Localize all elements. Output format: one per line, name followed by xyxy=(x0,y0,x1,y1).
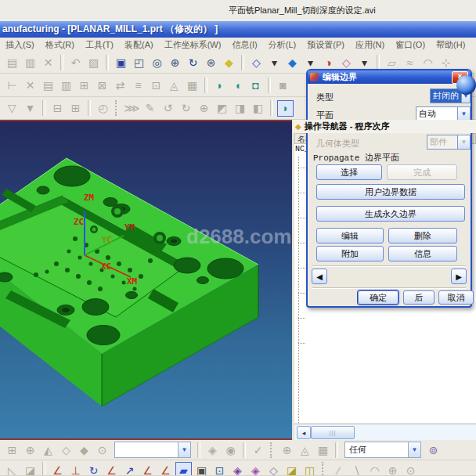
tc-axes-icon[interactable]: ∠ xyxy=(157,462,174,476)
zoom-examine-icon[interactable]: ◎ xyxy=(149,54,165,70)
caret-down-icon[interactable]: ▾ xyxy=(266,54,283,70)
info-button[interactable]: 信息 xyxy=(388,246,457,261)
list-icon[interactable]: ≡ xyxy=(130,77,146,93)
active-tool-icon[interactable]: ◗ xyxy=(277,100,294,117)
assembly-search-combo[interactable]: ▼ xyxy=(114,442,191,458)
palette-icon[interactable]: ⊚ xyxy=(425,442,442,458)
interference-icon[interactable]: ◉ xyxy=(222,442,239,458)
replay-toolpath-icon[interactable]: ↻ xyxy=(178,100,194,117)
window-titlebar[interactable]: anufacturing - [PLANAR_MILL_1.prt （修改的） … xyxy=(0,21,476,38)
menu-item-8[interactable]: 应用(N) xyxy=(350,38,390,52)
copy-object-icon[interactable]: ▤ xyxy=(40,77,56,93)
tool-track-icon[interactable]: ◘ xyxy=(247,77,264,93)
ok-button[interactable]: 确定 xyxy=(358,290,398,305)
dialog-titlebar[interactable]: 编辑边界 × xyxy=(308,70,471,84)
rotate-csys-icon[interactable]: ↻ xyxy=(85,462,102,476)
edit-toolpath-icon[interactable]: ✎ xyxy=(142,100,158,117)
circle-center-icon[interactable]: ⊕ xyxy=(384,462,401,476)
csys-move-icon[interactable]: ∠ xyxy=(139,462,156,476)
paste-icon[interactable]: ▤ xyxy=(4,54,20,70)
circle-tool-icon[interactable]: ⊙ xyxy=(402,462,419,476)
diamond-tool2-icon[interactable]: ◈ xyxy=(247,462,264,476)
filter-icon[interactable]: ▽ xyxy=(4,100,20,117)
menu-item-4[interactable]: 工作坐标系(W) xyxy=(159,38,227,52)
tool-list-icon[interactable]: ◙ xyxy=(275,77,291,93)
table-icon[interactable]: ▦ xyxy=(184,77,200,93)
rewind-toolpath-icon[interactable]: ↺ xyxy=(160,100,176,117)
menu-item-5[interactable]: 信息(I) xyxy=(226,38,262,52)
spline-icon[interactable]: ◠ xyxy=(420,54,436,70)
create-permanent-boundary-button[interactable]: 生成永久边界 xyxy=(316,206,465,222)
line2-tool-icon[interactable]: ∖ xyxy=(348,462,365,476)
cut-icon[interactable]: ✕ xyxy=(22,77,38,93)
select-button[interactable]: 选择 xyxy=(316,164,382,180)
paste-object-icon[interactable]: ▥ xyxy=(58,77,74,93)
menu-item-6[interactable]: 分析(L) xyxy=(263,38,301,52)
spotlight-icon[interactable]: ◬ xyxy=(166,77,182,93)
iso-view-icon[interactable]: ◆ xyxy=(221,54,237,70)
chevron-down-icon[interactable]: ▼ xyxy=(408,442,420,457)
navigator-list-icon[interactable]: ⊟ xyxy=(49,100,66,117)
selection-filter-combo[interactable]: 任何▼ xyxy=(344,442,421,458)
graphics-viewport[interactable]: ZM ZC YC YM XC XM d2688.com xyxy=(0,120,292,440)
facet-display-icon[interactable]: ◇ xyxy=(338,54,355,70)
shop-doc-icon[interactable]: ◧ xyxy=(250,100,266,117)
navigator-tree-icon[interactable]: ⊞ xyxy=(67,100,84,117)
back-button[interactable]: 后 xyxy=(403,290,435,305)
zoom-region-icon[interactable]: ◰ xyxy=(131,54,147,70)
mirror-assembly-icon[interactable]: ◭ xyxy=(40,442,56,458)
menu-item-3[interactable]: 装配(A) xyxy=(119,38,159,52)
fit-view-icon[interactable]: ▣ xyxy=(113,54,129,70)
chevron-down-icon[interactable]: ▼ xyxy=(457,107,470,121)
wcs-origin-icon[interactable]: ⊕ xyxy=(279,442,295,458)
postprocess-icon[interactable]: ◨ xyxy=(232,100,248,117)
section-icon[interactable]: ◪ xyxy=(22,462,38,476)
user-boundary-data-button[interactable]: 用户边界数据 xyxy=(316,184,465,200)
menu-item-1[interactable]: 格式(R) xyxy=(40,38,80,52)
generate-toolpath-icon[interactable]: ⋙ xyxy=(124,100,140,117)
add-component-icon[interactable]: ⊕ xyxy=(22,442,38,458)
save-icon[interactable]: ▣ xyxy=(193,462,210,476)
zoom-in-icon[interactable]: ⊕ xyxy=(167,54,183,70)
swap-icon[interactable]: ⇄ xyxy=(112,77,128,93)
diamond-tool5-icon[interactable]: ◫ xyxy=(301,462,318,476)
wcs-dynamic-icon[interactable]: ◬ xyxy=(297,442,313,458)
filter-solid-icon[interactable]: ▼ xyxy=(22,100,38,117)
curve-icon[interactable]: ≈ xyxy=(402,54,418,70)
simulate-icon[interactable]: ◩ xyxy=(214,100,230,117)
axes-icon[interactable]: ∠ xyxy=(103,462,120,476)
explode-icon[interactable]: ◈ xyxy=(204,442,221,458)
menu-item-7[interactable]: 预设置(P) xyxy=(301,38,350,52)
point-icon[interactable]: ⊹ xyxy=(438,54,454,70)
info-icon[interactable]: ⊡ xyxy=(148,77,164,93)
tool-holder-icon[interactable]: ◖ xyxy=(229,77,246,93)
next-boundary-button[interactable]: ▶ xyxy=(451,269,467,284)
copy-icon[interactable]: ▥ xyxy=(22,54,38,70)
delete-button[interactable]: 删除 xyxy=(388,228,457,243)
drafting-icon[interactable]: ▱ xyxy=(384,54,400,70)
section-view-icon[interactable]: ◑ xyxy=(320,54,337,70)
caret-down-icon[interactable]: ▾ xyxy=(356,54,373,70)
diamond-tool3-icon[interactable]: ◇ xyxy=(265,462,282,476)
constraint-icon[interactable]: ⊙ xyxy=(94,442,110,458)
shaded-display-icon[interactable]: ◆ xyxy=(284,54,301,70)
menu-item-10[interactable]: 帮助(H) xyxy=(431,38,471,52)
wireframe-display-icon[interactable]: ◇ xyxy=(248,54,265,70)
wcs-grid-icon[interactable]: ▦ xyxy=(315,442,331,458)
chevron-down-icon[interactable]: ▼ xyxy=(178,442,190,457)
verify-toolpath-icon[interactable]: ⊕ xyxy=(196,100,212,117)
mill-tool-icon[interactable]: ◗ xyxy=(211,77,228,93)
menu-item-2[interactable]: 工具(T) xyxy=(80,38,119,52)
display-check-icon[interactable]: ⊡ xyxy=(211,462,228,476)
snapshot-icon[interactable]: ◴ xyxy=(95,100,111,117)
origin-icon[interactable]: ⊥ xyxy=(67,462,84,476)
move-component-icon[interactable]: ◇ xyxy=(58,442,74,458)
view-sheet-icon[interactable]: ▨ xyxy=(85,54,102,70)
corner-icon[interactable]: ◺ xyxy=(4,462,20,476)
arc-tool-icon[interactable]: ◠ xyxy=(366,462,383,476)
delete-icon[interactable]: ✕ xyxy=(40,54,56,70)
delete-object-icon[interactable]: ⊠ xyxy=(94,77,110,93)
edit-button[interactable]: 编辑 xyxy=(316,228,384,243)
assembly-icon[interactable]: ⊞ xyxy=(4,442,20,458)
line-tool-icon[interactable]: ∕ xyxy=(330,462,347,476)
